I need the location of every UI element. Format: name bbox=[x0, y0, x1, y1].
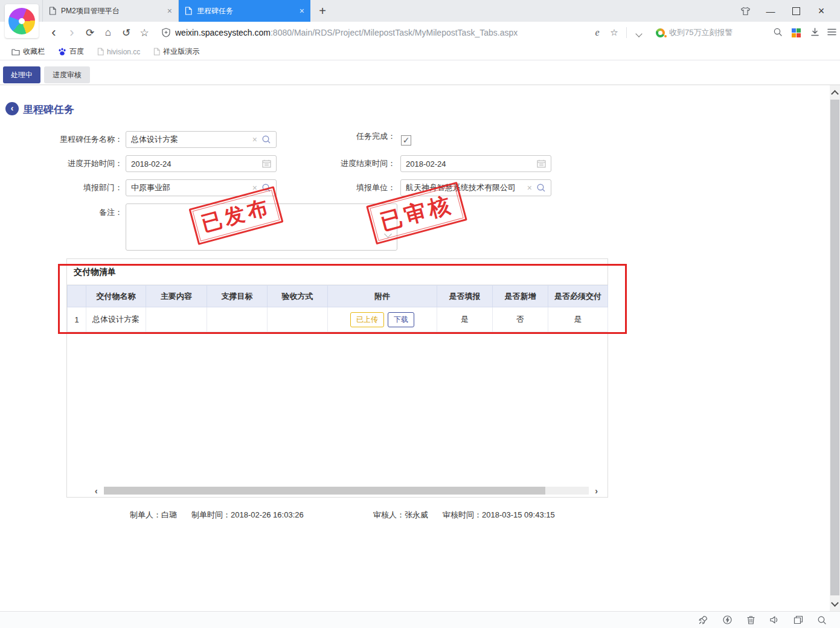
uploaded-button[interactable]: 已上传 bbox=[350, 312, 384, 327]
bookmark-hivision[interactable]: hivision.cc bbox=[91, 43, 147, 60]
cell-acceptance bbox=[268, 307, 328, 332]
h-scrollbar-track[interactable] bbox=[104, 487, 589, 495]
download-button[interactable]: 下载 bbox=[388, 312, 414, 327]
trash-clean-icon[interactable] bbox=[746, 615, 755, 625]
clear-icon[interactable]: × bbox=[527, 183, 532, 193]
minimize-button[interactable]: — bbox=[758, 0, 783, 22]
calendar-icon[interactable] bbox=[262, 159, 271, 168]
search-icon[interactable] bbox=[769, 27, 786, 39]
start-time-input[interactable]: 2018-02-24 bbox=[126, 155, 277, 172]
task-name-input[interactable]: 总体设计方案 × bbox=[126, 131, 277, 148]
ie-compat-icon[interactable]: e bbox=[589, 27, 606, 38]
end-time-value: 2018-02-24 bbox=[406, 159, 537, 168]
menu-icon[interactable] bbox=[823, 28, 840, 38]
page-content: 处理中 进度审核 ‹ 里程碑任务 里程碑任务名称： 总体设计方案 × 进度开始时… bbox=[0, 60, 840, 611]
divider bbox=[626, 27, 627, 38]
unit-label: 填报单位： bbox=[290, 179, 396, 196]
theme-skin-icon[interactable] bbox=[733, 0, 758, 22]
downloads-icon[interactable] bbox=[806, 27, 823, 39]
col-attachment: 附件 bbox=[328, 286, 437, 307]
rocket-boost-icon[interactable] bbox=[698, 615, 708, 625]
doc-maker-info: 制单人：白璐制单时间：2018-02-26 16:03:26 bbox=[130, 510, 304, 521]
task-done-checkbox[interactable]: ✓ bbox=[401, 135, 411, 146]
end-time-input[interactable]: 2018-02-24 bbox=[400, 155, 551, 172]
home-icon[interactable]: ⌂ bbox=[99, 27, 117, 39]
tab-milestone-task[interactable]: 里程碑任务 × bbox=[179, 0, 310, 22]
accelerator-ball-icon[interactable] bbox=[722, 615, 733, 625]
v-scrollbar-thumb[interactable] bbox=[830, 100, 839, 595]
bookmark-label: 收藏栏 bbox=[23, 46, 45, 57]
h-scrollbar-thumb[interactable] bbox=[104, 487, 545, 495]
scroll-right-icon[interactable]: › bbox=[592, 486, 600, 496]
col-must: 是否必须交付 bbox=[548, 286, 608, 307]
window-controls: — × bbox=[733, 0, 834, 22]
doc-audit-info: 审核人：张永威审核时间：2018-03-15 09:43:15 bbox=[373, 510, 555, 521]
cell-attachment: 已上传下载 bbox=[328, 307, 437, 332]
bookmark-label: 祥业版演示 bbox=[163, 46, 199, 57]
dept-value: 中原事业部 bbox=[131, 182, 248, 193]
scroll-down-icon[interactable] bbox=[830, 598, 840, 610]
col-added: 是否新增 bbox=[493, 286, 548, 307]
vertical-scrollbar[interactable] bbox=[830, 85, 840, 611]
divider bbox=[0, 85, 840, 85]
tab-processing[interactable]: 处理中 bbox=[3, 66, 40, 83]
search-box[interactable]: 收到75万立刻报警 bbox=[656, 27, 765, 38]
lookup-icon[interactable] bbox=[261, 135, 271, 144]
apps-grid-icon[interactable] bbox=[792, 28, 801, 37]
new-tab-button[interactable]: + bbox=[310, 0, 335, 22]
remark-label: 备注： bbox=[36, 207, 123, 218]
audit-time-label: 审核时间： bbox=[443, 510, 482, 519]
undo-close-icon[interactable]: ↺ bbox=[117, 27, 135, 39]
dept-label: 填报部门： bbox=[36, 179, 123, 196]
scroll-left-icon[interactable]: ‹ bbox=[92, 486, 100, 496]
scroll-up-icon[interactable] bbox=[830, 86, 840, 98]
back-icon[interactable]: ‹ bbox=[45, 27, 63, 39]
maximize-icon bbox=[792, 7, 800, 15]
cell-index: 1 bbox=[68, 307, 86, 332]
auditor-name: 张永威 bbox=[405, 510, 428, 519]
cell-target bbox=[207, 307, 268, 332]
page-zoom-icon[interactable] bbox=[817, 615, 827, 625]
maker-label: 制单人： bbox=[130, 510, 161, 519]
maximize-button[interactable] bbox=[783, 0, 809, 22]
site-security-icon[interactable] bbox=[162, 28, 170, 37]
volume-icon[interactable] bbox=[769, 615, 780, 624]
end-time-label: 进度结束时间： bbox=[290, 155, 396, 172]
back-button[interactable]: ‹ bbox=[5, 102, 19, 115]
page-icon bbox=[185, 7, 192, 15]
search-hotword[interactable]: 收到75万立刻报警 bbox=[669, 27, 733, 38]
maker-name: 白璐 bbox=[161, 510, 177, 519]
browser-logo[interactable] bbox=[5, 4, 39, 38]
multi-window-icon[interactable] bbox=[794, 615, 803, 624]
favorites-star-icon[interactable]: ☆ bbox=[135, 27, 153, 39]
bookmark-page-star-icon[interactable]: ☆ bbox=[606, 27, 623, 38]
table-header-row: 交付物名称 主要内容 支撑目标 验收方式 附件 是否填报 是否新增 是否必须交付 bbox=[68, 286, 608, 307]
lookup-icon[interactable] bbox=[536, 183, 546, 193]
close-window-button[interactable]: × bbox=[809, 0, 834, 22]
tab-progress-review[interactable]: 进度审核 bbox=[44, 66, 90, 83]
bookmark-baidu[interactable]: 百度 bbox=[51, 43, 91, 60]
close-icon[interactable]: × bbox=[167, 6, 172, 16]
start-time-value: 2018-02-24 bbox=[131, 159, 262, 168]
address-bar[interactable]: weixin.spacesystech.com:8080/Main/RDS/Pr… bbox=[162, 28, 583, 37]
cell-content bbox=[146, 307, 207, 332]
reload-icon[interactable]: ⟳ bbox=[81, 27, 99, 39]
make-time: 2018-02-26 16:03:26 bbox=[231, 510, 304, 519]
bookmark-folder[interactable]: 收藏栏 bbox=[5, 43, 51, 60]
url-path: :8080/Main/RDS/Project/MilepostTask/MyMi… bbox=[271, 28, 518, 37]
cell-filled: 是 bbox=[437, 307, 493, 332]
col-acceptance: 验收方式 bbox=[268, 286, 328, 307]
forward-icon[interactable]: › bbox=[63, 27, 81, 39]
calendar-icon[interactable] bbox=[537, 159, 546, 168]
tab-pm2-platform[interactable]: PM2项目管理平台 × bbox=[42, 0, 179, 22]
task-done-label: 任务完成： bbox=[290, 128, 396, 145]
page-icon bbox=[49, 7, 56, 15]
bookmark-xiangye[interactable]: 祥业版演示 bbox=[147, 43, 206, 60]
browser-window: PM2项目管理平台 × 里程碑任务 × + — × ‹ › ⟳ ⌂ bbox=[0, 0, 840, 628]
clear-icon[interactable]: × bbox=[252, 135, 257, 144]
col-target: 支撑目标 bbox=[207, 286, 268, 307]
url-host: weixin.spacesystech.com bbox=[175, 28, 271, 37]
deliverables-panel: 交付物清单 交付物名称 主要内容 支撑目标 验收方式 附件 是否填报 是否新增 … bbox=[66, 258, 608, 498]
url-dropdown-icon[interactable] bbox=[630, 28, 647, 38]
close-icon[interactable]: × bbox=[300, 6, 304, 16]
